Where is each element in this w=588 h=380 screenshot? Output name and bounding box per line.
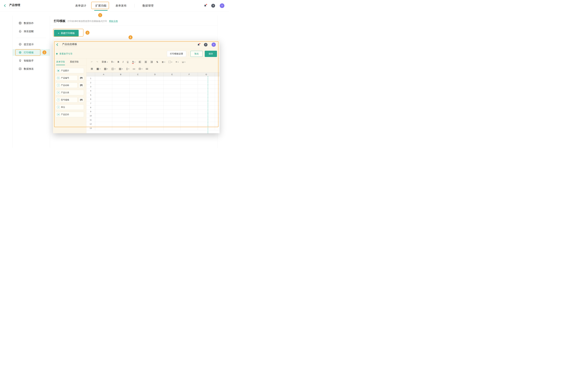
sheet-cell[interactable]	[112, 85, 129, 89]
sheet-cell[interactable]	[164, 85, 181, 89]
sheet-cell[interactable]	[215, 118, 220, 122]
sheet-cell[interactable]	[181, 101, 198, 105]
sheet-corner[interactable]	[86, 73, 95, 76]
row-height-button[interactable]: ≡ ▾	[176, 61, 178, 63]
notification-bell-icon[interactable]	[204, 4, 207, 7]
sidebar-item-submit-prompt[interactable]: 提交提示	[13, 40, 50, 48]
sheet-cell[interactable]	[95, 114, 112, 118]
sheet-cell[interactable]	[215, 114, 220, 118]
sheet-cell[interactable]	[198, 105, 215, 110]
sheet-cell[interactable]	[181, 114, 198, 118]
merge-cells-button[interactable]: ⊞	[91, 68, 93, 70]
align-right-button[interactable]	[150, 61, 153, 63]
row-header[interactable]: 12	[86, 122, 95, 126]
sheet-cell[interactable]	[181, 85, 198, 89]
sheet-cell[interactable]	[146, 101, 164, 105]
sheet-cell[interactable]	[95, 76, 112, 80]
editor-title[interactable]: 产品信息模板	[62, 42, 77, 47]
sheet-cell[interactable]	[215, 89, 220, 93]
sheet-cell[interactable]	[112, 101, 129, 105]
sheet-cell[interactable]	[129, 97, 146, 101]
sheet-cell[interactable]	[112, 122, 129, 126]
sheet-cell[interactable]	[164, 122, 181, 126]
sheet-cell[interactable]	[181, 76, 198, 80]
row-header[interactable]: 9	[86, 110, 95, 114]
sheet-cell[interactable]	[164, 101, 181, 105]
sheet-cell[interactable]	[164, 80, 181, 85]
editor-help-icon[interactable]: ?	[204, 43, 208, 46]
sheet-cell[interactable]	[95, 110, 112, 114]
sheet-cell[interactable]	[95, 80, 112, 85]
column-header[interactable]: F	[181, 73, 198, 76]
sheet-cell[interactable]	[164, 126, 181, 130]
sheet-cell[interactable]	[164, 89, 181, 93]
field-model-spec[interactable]: T 型号规格	[55, 97, 77, 103]
sheet-cell[interactable]	[198, 85, 215, 89]
sheet-cell[interactable]	[198, 80, 215, 85]
sheet-cell[interactable]	[164, 114, 181, 118]
sheet-cell[interactable]	[198, 118, 215, 122]
row-header[interactable]: 11	[86, 118, 95, 122]
sheet-cell[interactable]	[129, 80, 146, 85]
insert-field-button[interactable]: ▯ ▾	[126, 68, 129, 70]
insert-card-button[interactable]: ▭	[133, 68, 135, 70]
sheet-cell[interactable]	[215, 101, 220, 105]
tab-extensions[interactable]: 扩展功能	[94, 3, 108, 8]
row-header[interactable]: 2	[86, 80, 95, 85]
sheet-cell[interactable]	[181, 97, 198, 101]
border-style-button[interactable]: ▾	[169, 61, 172, 63]
sheet-cell[interactable]	[198, 126, 215, 130]
column-header[interactable]: A	[95, 73, 112, 76]
sheet-cell[interactable]	[146, 93, 164, 97]
sheet-cell[interactable]	[215, 105, 220, 110]
back-icon[interactable]	[4, 4, 7, 7]
sheet-cell[interactable]	[112, 97, 129, 101]
sheet-cell[interactable]	[215, 122, 220, 126]
sheet-cell[interactable]	[112, 105, 129, 110]
sheet-cell[interactable]	[146, 76, 164, 80]
sheet-cell[interactable]	[146, 114, 164, 118]
sheet-cell[interactable]	[146, 97, 164, 101]
preview-button[interactable]: 预览	[190, 51, 203, 57]
sheet-cell[interactable]	[95, 105, 112, 110]
tab-form-publish[interactable]: 表单发布	[114, 3, 128, 8]
sheet-cell[interactable]	[146, 80, 164, 85]
sheet-cell[interactable]	[112, 80, 129, 85]
sheet-cell[interactable]	[198, 97, 215, 101]
column-header[interactable]: C	[129, 73, 146, 76]
sheet-cell[interactable]	[164, 93, 181, 97]
print-area-button[interactable]: ⊔ ▾	[182, 61, 185, 63]
sidebar-item-data-collaboration[interactable]: 数据协作	[13, 19, 50, 27]
sheet-cell[interactable]	[215, 76, 220, 80]
sheet-cell[interactable]	[129, 122, 146, 126]
align-left-button[interactable]	[139, 61, 141, 63]
row-header[interactable]: 5	[86, 93, 95, 97]
sheet-cell[interactable]	[164, 97, 181, 101]
sheet-cell[interactable]	[198, 114, 215, 118]
sheet-cell[interactable]	[215, 110, 220, 114]
sheet-cell[interactable]	[198, 89, 215, 93]
row-header[interactable]: 4	[86, 89, 95, 93]
sheet-cell[interactable]	[95, 118, 112, 122]
sheet-cell[interactable]	[112, 126, 129, 130]
template-settings-button[interactable]: 打印模板设置	[167, 51, 186, 57]
barcode-button[interactable]	[79, 83, 84, 88]
font-family-select[interactable]: 宋体 ▾	[102, 60, 108, 64]
sheet-cell[interactable]	[95, 97, 112, 101]
sheet-cell[interactable]	[95, 89, 112, 93]
avatar[interactable]: Y	[220, 3, 225, 8]
field-product-category[interactable]: ▾ 产品分类	[55, 90, 84, 95]
underline-button[interactable]: U	[127, 61, 129, 63]
sheet-cell[interactable]	[146, 122, 164, 126]
field-product-name[interactable]: T 产品名称	[55, 83, 77, 88]
new-print-template-button[interactable]: + 新建打印模板	[54, 30, 79, 37]
sheet-cell[interactable]	[215, 93, 220, 97]
sheet-cell[interactable]	[129, 89, 146, 93]
sheet-cell[interactable]	[129, 76, 146, 80]
sheet-cell[interactable]	[112, 118, 129, 122]
sheet-cell[interactable]	[129, 126, 146, 130]
sidebar-item-smart-assistant[interactable]: 智能助手	[13, 57, 50, 65]
editor-back-icon[interactable]	[56, 43, 59, 46]
save-button[interactable]: 保存	[205, 51, 217, 57]
sheet-cell[interactable]	[95, 126, 112, 130]
